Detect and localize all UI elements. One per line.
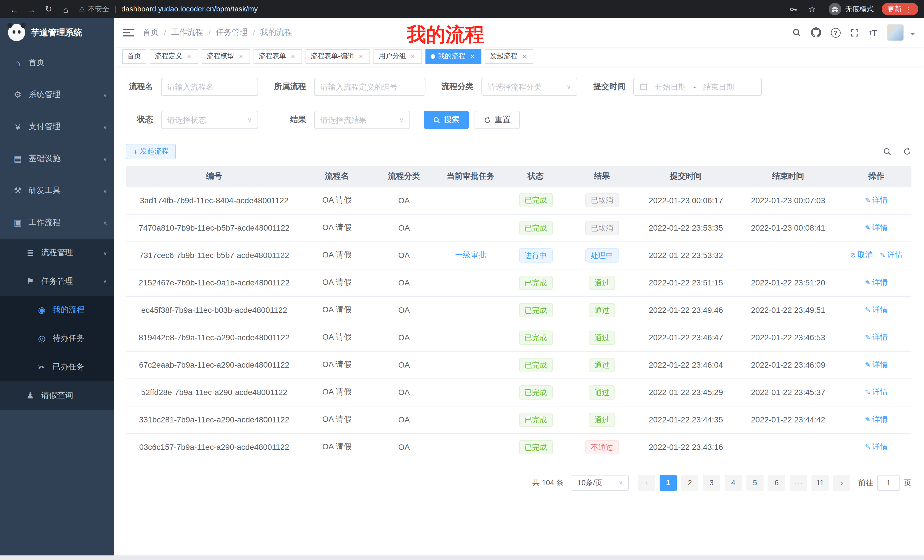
- sidebar-item-todo-task[interactable]: ◎待办任务: [0, 324, 114, 353]
- start-date-input[interactable]: [651, 82, 690, 91]
- sidebar-item-workflow[interactable]: ▣工作流程∧: [0, 207, 114, 239]
- key-icon[interactable]: [789, 5, 798, 13]
- cell-category: OA: [371, 296, 437, 324]
- forward-icon[interactable]: →: [23, 4, 40, 14]
- parent-process-input[interactable]: [314, 78, 426, 96]
- detail-action[interactable]: ✎详情: [865, 305, 888, 314]
- edit-icon: ✎: [865, 224, 871, 232]
- prev-page-button[interactable]: ‹: [638, 475, 655, 491]
- sidebar-item-payment[interactable]: ¥支付管理∨: [0, 111, 114, 143]
- ellipsis-button[interactable]: ···: [790, 475, 807, 491]
- tab-item-0[interactable]: 首页: [122, 49, 146, 64]
- tab-item-6[interactable]: 我的流程×: [426, 49, 482, 64]
- result-select[interactable]: ∨: [314, 111, 410, 129]
- close-icon[interactable]: ×: [185, 52, 193, 60]
- avatar-caret-icon[interactable]: [910, 33, 915, 38]
- page-button-3[interactable]: 3: [703, 475, 720, 491]
- tab-item-5[interactable]: 用户分组×: [374, 49, 422, 64]
- category-select-field[interactable]: [488, 82, 563, 91]
- avatar[interactable]: [887, 24, 904, 41]
- search-icon[interactable]: [792, 28, 801, 37]
- detail-action[interactable]: ✎详情: [865, 223, 888, 232]
- start-process-button[interactable]: + 发起流程: [126, 144, 176, 159]
- reset-button[interactable]: 重置: [475, 111, 520, 129]
- sidebar-item-settings[interactable]: ⚙系统管理∨: [0, 79, 114, 111]
- end-date-input[interactable]: [699, 82, 738, 91]
- back-icon[interactable]: ←: [6, 4, 23, 14]
- tab-item-4[interactable]: 流程表单-编辑×: [306, 49, 370, 64]
- update-button[interactable]: 更新 ⋮: [882, 3, 918, 15]
- detail-action[interactable]: ✎详情: [865, 196, 888, 204]
- next-page-button[interactable]: ›: [833, 475, 850, 491]
- font-size-icon[interactable]: TT: [868, 28, 877, 37]
- breadcrumb-item[interactable]: 工作流程: [171, 27, 203, 38]
- cell-category: OA: [371, 433, 437, 461]
- page-button-5[interactable]: 5: [746, 475, 764, 491]
- close-icon[interactable]: ×: [409, 52, 417, 60]
- logo[interactable]: 芋道管理系统: [0, 18, 114, 47]
- sidebar-item-dev-tools[interactable]: ⚒研发工具∨: [0, 175, 114, 207]
- sidebar-item-task-manage[interactable]: ⚑任务管理∧: [0, 267, 114, 296]
- bookmark-star-icon[interactable]: ☆: [804, 4, 820, 14]
- detail-action[interactable]: ✎详情: [865, 278, 888, 287]
- search-button[interactable]: 搜索: [424, 111, 469, 129]
- parent-process-input-field[interactable]: [320, 82, 419, 91]
- address-bar[interactable]: ⚠ 不安全 | dashboard.yudao.iocoder.cn/bpm/t…: [79, 4, 784, 14]
- close-icon[interactable]: ×: [520, 52, 528, 60]
- table-search-toggle-icon[interactable]: [883, 147, 891, 156]
- cell-actions: ✎详情: [841, 214, 911, 241]
- sidebar-item-home[interactable]: ⌂首页: [0, 47, 114, 79]
- result-tag: 通过: [589, 276, 615, 290]
- fullscreen-icon[interactable]: [850, 28, 859, 37]
- goto-page-input[interactable]: [877, 475, 900, 491]
- process-name-input-field[interactable]: [167, 82, 252, 91]
- category-select[interactable]: ∨: [482, 78, 578, 96]
- detail-action[interactable]: ✎详情: [865, 333, 888, 341]
- sidebar-item-leave-query[interactable]: ♟请假查询: [0, 381, 114, 410]
- detail-action[interactable]: ✎详情: [865, 415, 888, 424]
- page-button-1[interactable]: 1: [660, 475, 677, 491]
- detail-action[interactable]: ✎详情: [880, 251, 903, 259]
- home-button-icon[interactable]: ⌂: [57, 4, 74, 14]
- cell-result: 不通过: [567, 433, 637, 461]
- detail-action[interactable]: ✎详情: [865, 388, 888, 396]
- detail-action[interactable]: ✎详情: [865, 360, 888, 369]
- detail-action[interactable]: ✎详情: [865, 442, 888, 451]
- close-icon[interactable]: ×: [289, 52, 297, 60]
- reload-icon[interactable]: ↻: [40, 4, 57, 14]
- submit-time-range-picker[interactable]: -: [633, 78, 762, 96]
- status-select-field[interactable]: [167, 115, 244, 124]
- tab-item-1[interactable]: 流程定义×: [150, 49, 198, 64]
- page-button-11[interactable]: 11: [812, 475, 829, 491]
- page: ← → ↻ ⌂ ⚠ 不安全 | dashboard.yudao.iocoder.…: [0, 0, 924, 560]
- cell-end-time: 2022-01-22 23:45:37: [735, 379, 841, 406]
- close-icon[interactable]: ×: [468, 52, 476, 60]
- menu-collapse-icon[interactable]: [123, 28, 134, 37]
- current-task-link[interactable]: 一级审批: [455, 251, 486, 259]
- page-button-6[interactable]: 6: [768, 475, 785, 491]
- tab-item-7[interactable]: 发起流程×: [485, 49, 533, 64]
- status-select[interactable]: ∨: [161, 111, 258, 129]
- page-size-select[interactable]: 10条/页 ∨: [572, 475, 629, 491]
- tab-item-3[interactable]: 流程表单×: [254, 49, 302, 64]
- close-icon[interactable]: ×: [357, 52, 365, 60]
- breadcrumb-item[interactable]: 首页: [143, 27, 159, 38]
- tab-item-2[interactable]: 流程模型×: [202, 49, 250, 64]
- sidebar-item-process-manage[interactable]: ≣流程管理∨: [0, 239, 114, 267]
- cell-end-time: 2022-01-22 23:46:53: [735, 324, 841, 351]
- page-button-4[interactable]: 4: [725, 475, 742, 491]
- table-refresh-icon[interactable]: [903, 147, 911, 156]
- cancel-action[interactable]: ⊘取消: [850, 251, 873, 259]
- github-icon[interactable]: [811, 27, 821, 38]
- breadcrumb-separator: /: [164, 28, 166, 37]
- browser-menu-icon[interactable]: ⋮: [905, 5, 913, 13]
- close-icon[interactable]: ×: [237, 52, 245, 60]
- sidebar-item-infrastructure[interactable]: ▤基础设施∨: [0, 143, 114, 175]
- result-select-field[interactable]: [320, 115, 396, 124]
- sidebar-item-my-process[interactable]: ◉我的流程: [0, 296, 114, 324]
- process-name-input[interactable]: [161, 78, 258, 96]
- page-button-2[interactable]: 2: [681, 475, 698, 491]
- help-icon[interactable]: ?: [831, 28, 840, 37]
- sidebar-item-done-task[interactable]: ✂已办任务: [0, 353, 114, 381]
- breadcrumb-item[interactable]: 任务管理: [216, 27, 248, 38]
